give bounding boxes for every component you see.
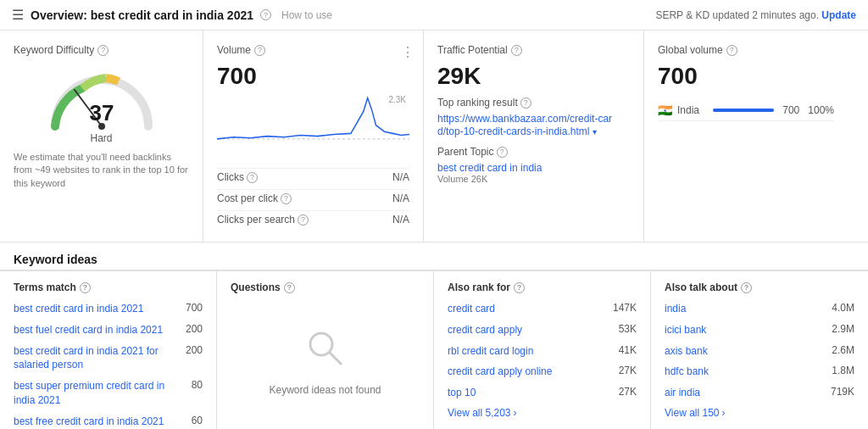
kw-link[interactable]: best credit card in india 2021 for salar… <box>14 344 179 373</box>
kw-volume: 719K <box>831 386 854 398</box>
list-item: axis bank 2.6M <box>665 344 854 359</box>
menu-icon[interactable]: ☰ <box>12 7 24 23</box>
page-title: Overview: best credit card in india 2021 <box>31 8 253 22</box>
kw-link[interactable]: top 10 <box>448 386 612 400</box>
volume-info-icon[interactable]: ? <box>254 45 265 56</box>
kw-link[interactable]: best fuel credit card in india 2021 <box>14 323 179 337</box>
kw-link[interactable]: india <box>665 302 825 316</box>
kw-link[interactable]: icici bank <box>665 323 825 337</box>
india-bar-container <box>713 109 774 112</box>
volume-menu-icon[interactable]: ⋮ <box>401 44 415 60</box>
top-panels: Keyword Difficulty ? 37 Hard We estimate <box>0 31 868 242</box>
traffic-value: 29K <box>437 63 630 90</box>
title-help-icon[interactable]: ? <box>260 9 271 20</box>
india-flag: 🇮🇳 <box>658 103 672 117</box>
volume-panel-title: Volume ? <box>217 44 409 56</box>
india-bar <box>713 109 774 112</box>
kw-volume: 147K <box>613 302 637 314</box>
traffic-panel: Traffic Potential ? 29K Top ranking resu… <box>424 31 644 242</box>
global-panel-title: Global volume ? <box>658 44 834 56</box>
no-results-text: Keyword ideas not found <box>269 384 381 396</box>
header: ☰ Overview: best credit card in india 20… <box>0 0 868 31</box>
volume-chart-svg <box>217 93 409 153</box>
no-results-icon <box>304 327 347 377</box>
list-item: india 4.0M <box>665 302 854 316</box>
terms-match-info-icon[interactable]: ? <box>80 282 91 293</box>
list-item: best credit card in india 2021 700 <box>14 302 203 316</box>
volume-metrics: Clicks ? N/A Cost per click ? N/A Clicks… <box>217 168 409 228</box>
also-talk-info-icon[interactable]: ? <box>741 282 752 293</box>
list-item: best fuel credit card in india 2021 200 <box>14 323 203 337</box>
cpc-metric: Cost per click ? N/A <box>217 189 409 207</box>
kw-link[interactable]: air india <box>665 386 824 400</box>
country-row-india: 🇮🇳 India 700 100% <box>658 100 834 121</box>
questions-header: Questions ? <box>231 281 420 293</box>
kw-volume: 41K <box>619 344 637 356</box>
volume-value: 700 <box>217 63 409 90</box>
clicks-metric: Clicks ? N/A <box>217 168 409 186</box>
serp-status: SERP & KD updated 2 minutes ago. Update <box>655 9 856 21</box>
global-panel: Global volume ? 700 🇮🇳 India 700 100% <box>644 31 848 242</box>
kw-volume: 27K <box>619 365 637 376</box>
cpc-info-icon[interactable]: ? <box>281 193 292 204</box>
kd-info-icon[interactable]: ? <box>97 45 108 56</box>
list-item: rbl credit card login 41K <box>448 344 637 359</box>
kw-volume: 1.8M <box>832 365 854 376</box>
list-item: hdfc bank 1.8M <box>665 365 854 379</box>
cps-info-icon[interactable]: ? <box>298 214 309 226</box>
update-button[interactable]: Update <box>821 9 856 21</box>
ideas-grid: Terms match ? best credit card in india … <box>0 270 868 429</box>
volume-panel: Volume ? ⋮ 700 2.3K <box>203 31 424 242</box>
global-info-icon[interactable]: ? <box>726 45 737 56</box>
kd-gauge: 37 <box>14 63 189 131</box>
list-item: icici bank 2.9M <box>665 323 854 337</box>
kw-link[interactable]: credit card apply online <box>448 365 612 379</box>
kw-link[interactable]: credit card <box>448 302 606 316</box>
svg-line-5 <box>330 353 341 364</box>
view-all-rank-for[interactable]: View all 5,203 › <box>448 407 637 419</box>
kw-link[interactable]: credit card apply <box>448 323 612 337</box>
top-ranking-label: Top ranking result ? <box>437 97 630 109</box>
kd-gauge-svg: 37 <box>42 63 161 131</box>
kw-link[interactable]: best credit card in india 2021 <box>14 302 179 316</box>
view-all-talk-about[interactable]: View all 150 › <box>665 407 854 419</box>
top-ranking-url-container: https://www.bankbazaar.com/credit-card/t… <box>437 112 630 137</box>
top-ranking-info-icon[interactable]: ? <box>520 98 531 109</box>
kw-volume: 700 <box>186 302 203 314</box>
top-ranking-url[interactable]: https://www.bankbazaar.com/credit-card/t… <box>437 113 612 137</box>
kw-volume: 4.0M <box>832 302 854 314</box>
svg-text:37: 37 <box>89 100 114 125</box>
kw-volume: 200 <box>186 323 203 335</box>
parent-topic-info-icon[interactable]: ? <box>497 147 508 158</box>
bottom-section: Keyword ideas Terms match ? best credit … <box>0 242 868 429</box>
kw-volume: 60 <box>192 415 203 426</box>
kw-link[interactable]: best super premium credit card in india … <box>14 379 185 408</box>
kd-panel: Keyword Difficulty ? 37 Hard We estimate <box>0 31 203 242</box>
also-rank-for-header: Also rank for ? <box>448 281 637 293</box>
parent-topic-link[interactable]: best credit card in india <box>437 162 542 174</box>
traffic-panel-title: Traffic Potential ? <box>437 44 630 56</box>
traffic-info-icon[interactable]: ? <box>511 45 522 56</box>
keyword-ideas-title: Keyword ideas <box>0 242 868 270</box>
kw-link[interactable]: best free credit card in india 2021 <box>14 415 185 429</box>
questions-info-icon[interactable]: ? <box>284 282 295 293</box>
list-item: credit card 147K <box>448 302 637 316</box>
search-magnifier-icon <box>304 327 347 370</box>
kw-link[interactable]: hdfc bank <box>665 365 825 379</box>
also-rank-info-icon[interactable]: ? <box>514 282 525 293</box>
clicks-info-icon[interactable]: ? <box>247 172 258 183</box>
questions-col: Questions ? Keyword ideas not found <box>217 271 434 429</box>
chart-peak-label: 2.3K <box>388 95 406 104</box>
chevron-right-icon: › <box>722 407 726 419</box>
how-to-use-link[interactable]: How to use <box>281 9 332 21</box>
terms-match-header: Terms match ? <box>14 281 203 293</box>
kw-link[interactable]: rbl credit card login <box>448 344 612 359</box>
list-item: best credit card in india 2021 for salar… <box>14 344 203 373</box>
india-pct: 100% <box>808 104 834 116</box>
also-talk-about-col: Also talk about ? india 4.0M icici bank … <box>651 271 868 429</box>
parent-topic-link-container: best credit card in india <box>437 161 630 174</box>
india-volume: 700 <box>782 104 799 116</box>
volume-chart: 2.3K <box>217 93 409 161</box>
kw-link[interactable]: axis bank <box>665 344 825 359</box>
list-item: best super premium credit card in india … <box>14 379 203 408</box>
